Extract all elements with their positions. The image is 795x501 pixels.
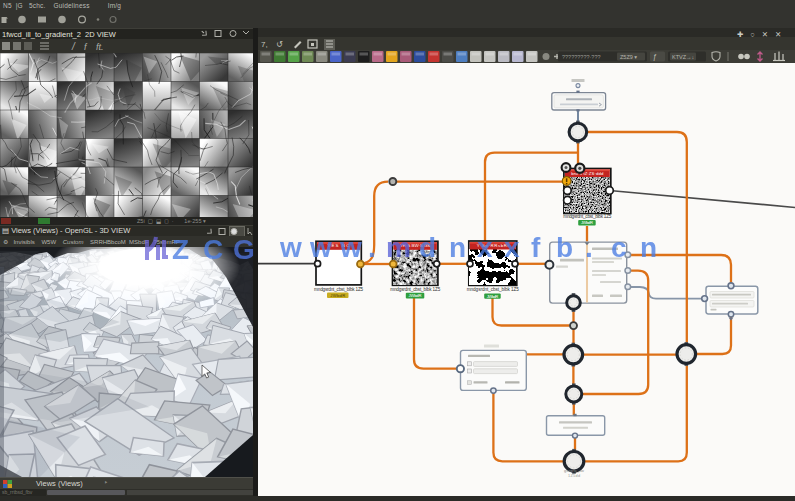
svg-text:YR·S BW·S GS: YR·S BW·S GS [400, 243, 430, 248]
svg-text:mndgsrdnt_cbst_blbk 1Z5: mndgsrdnt_cbst_blbk 1Z5 [563, 214, 611, 219]
svg-text:JWbdR: JWbdR [330, 293, 345, 298]
svg-text:7,: 7, [261, 40, 268, 49]
svg-text:Z5Z9 ▾: Z5Z9 ▾ [620, 54, 637, 60]
svg-text:?????????·???: ?????????·??? [562, 54, 601, 60]
svg-text:f: f [84, 42, 88, 52]
svg-text:gsndrtc_zw: gsndrtc_zw [564, 468, 584, 473]
svg-text:JWbdR: JWbdR [409, 293, 422, 298]
svg-text:↺: ↺ [276, 40, 283, 49]
svg-text:Y Sp·RRsbRt: Y Sp·RRsbRt [477, 243, 510, 248]
svg-text:ƒ: ƒ [653, 53, 657, 61]
svg-text:/: / [71, 41, 76, 52]
svg-text:JWbdR: JWbdR [581, 220, 593, 225]
svg-text:mndgsrdnt_cbst_blbk 1Z5: mndgsrdnt_cbst_blbk 1Z5 [390, 287, 440, 292]
svg-text:mndgsrdnt_cbst_blbk 1Z5: mndgsrdnt_cbst_blbk 1Z5 [314, 287, 363, 292]
svg-text:mndgsrdnt_cbst_blbk 1Z5: mndgsrdnt_cbst_blbk 1Z5 [467, 287, 519, 292]
svg-text:KTVZ→↓: KTVZ→↓ [672, 54, 695, 60]
svg-text:JWbdR: JWbdR [487, 294, 499, 299]
svg-text:1Z5dd: 1Z5dd [568, 474, 580, 478]
svg-text:YĖS NC: YĖS NC [328, 243, 350, 248]
svg-text:ft.: ft. [96, 42, 104, 52]
